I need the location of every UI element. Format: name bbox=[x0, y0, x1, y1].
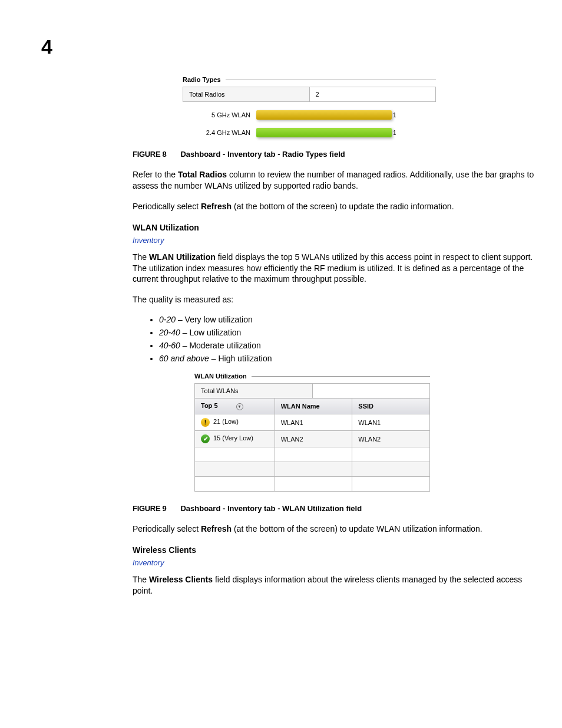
figure8-box: Radio Types Total Radios 2 5 GHz WLAN 1 … bbox=[183, 76, 436, 137]
bold-text: WLAN Utilization bbox=[149, 252, 216, 262]
text: Periodically select bbox=[133, 202, 201, 211]
col-wlan[interactable]: WLAN Name bbox=[275, 398, 352, 414]
wlan-utilization-heading: WLAN Utilization bbox=[133, 223, 538, 232]
paragraph: The Wireless Clients field displays info… bbox=[133, 574, 538, 597]
bar-24ghz bbox=[256, 128, 392, 137]
paragraph: The WLAN Utilization field displays the … bbox=[133, 252, 538, 285]
wlan-util-title: WLAN Utilization bbox=[194, 373, 430, 380]
inventory-link[interactable]: Inventory bbox=[133, 236, 538, 245]
cell-ssid: WLAN2 bbox=[352, 431, 430, 447]
table-row bbox=[195, 447, 430, 462]
bar-label: 2.4 GHz WLAN bbox=[183, 129, 256, 136]
list-item: 0-20 – Very low utilization bbox=[159, 315, 538, 324]
paragraph: Periodically select Refresh (at the bott… bbox=[133, 523, 538, 535]
figure8-text: Dashboard - Inventory tab - Radio Types … bbox=[180, 150, 345, 159]
cell-text: 15 (Very Low) bbox=[213, 435, 253, 442]
figure9-label: FIGURE 9 bbox=[133, 504, 167, 513]
cell-text: 21 (Low) bbox=[213, 419, 239, 426]
range: 40-60 bbox=[159, 341, 180, 350]
bold-text: Total Radios bbox=[178, 170, 227, 179]
warning-icon: ! bbox=[201, 418, 210, 427]
figure9-text: Dashboard - Inventory tab - WLAN Utiliza… bbox=[180, 504, 362, 513]
bar-value: 1 bbox=[393, 112, 396, 118]
list-item: 60 and above – High utilization bbox=[159, 354, 538, 363]
desc: – Very low utilization bbox=[176, 315, 253, 324]
cell-wlan: WLAN1 bbox=[275, 414, 352, 431]
cell-top5: ✔15 (Very Low) bbox=[195, 431, 275, 447]
bar-5ghz bbox=[256, 110, 392, 120]
text: (at the bottom of the screen) to update … bbox=[232, 524, 482, 533]
wireless-clients-heading: Wireless Clients bbox=[133, 545, 538, 555]
table-row bbox=[195, 477, 430, 492]
range: 60 and above bbox=[159, 354, 209, 363]
sort-desc-icon[interactable]: ▼ bbox=[236, 403, 243, 410]
range: 20-40 bbox=[159, 328, 180, 337]
range: 0-20 bbox=[159, 315, 176, 324]
total-wlans-label: Total WLANs bbox=[195, 384, 313, 398]
text: Periodically select bbox=[133, 524, 201, 533]
check-icon: ✔ bbox=[201, 434, 210, 443]
total-wlans-value bbox=[312, 384, 430, 398]
bar-row-24ghz: 2.4 GHz WLAN 1 bbox=[183, 128, 436, 137]
bold-text: Refresh bbox=[201, 202, 232, 211]
quality-list: 0-20 – Very low utilization 20-40 – Low … bbox=[159, 315, 538, 363]
figure8-label: FIGURE 8 bbox=[133, 150, 167, 159]
divider bbox=[252, 376, 430, 377]
desc: – Moderate utilization bbox=[180, 341, 261, 350]
text: Refer to the bbox=[133, 170, 178, 179]
table-row: !21 (Low) WLAN1 WLAN1 bbox=[195, 414, 430, 431]
cell-wlan: WLAN2 bbox=[275, 431, 352, 447]
cell-ssid: WLAN1 bbox=[352, 414, 430, 431]
paragraph: Periodically select Refresh (at the bott… bbox=[133, 201, 538, 212]
table-row bbox=[195, 462, 430, 477]
bar-label: 5 GHz WLAN bbox=[183, 111, 256, 118]
desc: – Low utilization bbox=[180, 328, 242, 337]
text: The bbox=[133, 575, 149, 584]
inventory-link[interactable]: Inventory bbox=[133, 558, 538, 567]
paragraph: The quality is measured as: bbox=[133, 294, 538, 305]
wlan-table: Top 5 ▼ WLAN Name SSID !21 (Low) WLAN1 W… bbox=[194, 398, 430, 492]
divider bbox=[226, 80, 436, 80]
list-item: 20-40 – Low utilization bbox=[159, 328, 538, 337]
radio-types-label: Radio Types bbox=[183, 76, 221, 83]
figure8-caption: FIGURE 8 Dashboard - Inventory tab - Rad… bbox=[133, 149, 538, 159]
bar-row-5ghz: 5 GHz WLAN 1 bbox=[183, 110, 436, 120]
col-ssid[interactable]: SSID bbox=[352, 398, 430, 414]
bold-text: Wireless Clients bbox=[149, 575, 213, 584]
bar-value: 1 bbox=[393, 130, 396, 136]
radio-types-title: Radio Types bbox=[183, 76, 436, 83]
paragraph: Refer to the Total Radios column to revi… bbox=[133, 169, 538, 192]
wlan-util-table: Total WLANs bbox=[194, 383, 430, 398]
radio-types-table: Total Radios 2 bbox=[183, 87, 436, 102]
text: The bbox=[133, 252, 149, 262]
col-top5[interactable]: Top 5 ▼ bbox=[195, 398, 275, 414]
list-item: 40-60 – Moderate utilization bbox=[159, 341, 538, 350]
cell-top5: !21 (Low) bbox=[195, 414, 275, 431]
bold-text: Refresh bbox=[201, 524, 232, 533]
figure9-caption: FIGURE 9 Dashboard - Inventory tab - WLA… bbox=[133, 503, 538, 513]
figure9-box: WLAN Utilization Total WLANs Top 5 ▼ WLA… bbox=[194, 373, 430, 492]
wlan-util-label: WLAN Utilization bbox=[194, 373, 247, 380]
total-radios-label: Total Radios bbox=[183, 87, 310, 102]
desc: – High utilization bbox=[209, 354, 272, 363]
header-text: Top 5 bbox=[201, 402, 218, 409]
chapter-number: 4 bbox=[41, 35, 538, 58]
total-radios-value: 2 bbox=[309, 87, 436, 102]
table-row: ✔15 (Very Low) WLAN2 WLAN2 bbox=[195, 431, 430, 447]
text: (at the bottom of the screen) to update … bbox=[232, 202, 454, 211]
